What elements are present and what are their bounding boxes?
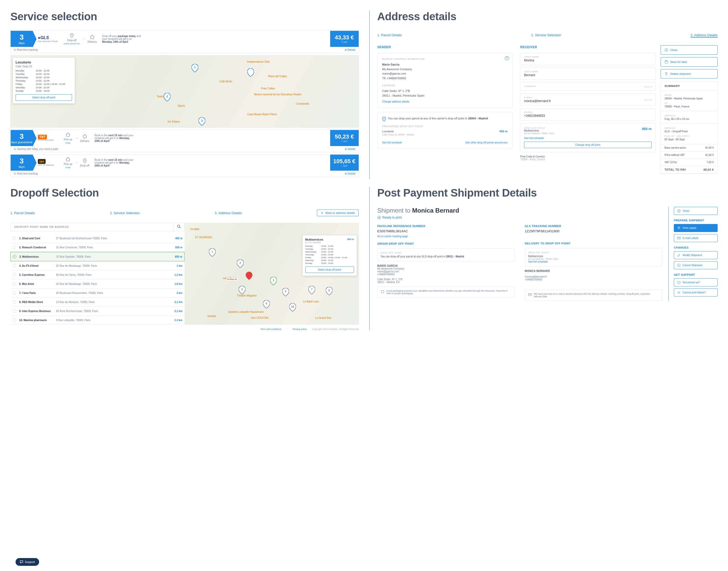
privacy-link[interactable]: Privacy policy: [293, 328, 307, 330]
modify-shipment-button[interactable]: Modify Shipment: [674, 251, 718, 259]
tracking-number: 1Z25R79F6811431800: [525, 229, 662, 233]
help-icon[interactable]: ?: [505, 56, 509, 60]
search-input[interactable]: [11, 223, 173, 231]
map-pin-icon[interactable]: 3: [198, 117, 205, 126]
details-link[interactable]: ⊕ Details: [345, 48, 355, 51]
side-panel: Close Save for later Delete shipment SUM…: [661, 45, 718, 174]
tracking-link[interactable]: Go to carrier tracking page: [377, 235, 408, 238]
origin-card-text: You can drop-off your parcel at any GLS …: [381, 255, 511, 258]
change-dropoff-button[interactable]: Change drop-off point: [524, 142, 651, 148]
preferred-label: PREFERRED DROP-OFF POINT: [382, 125, 508, 128]
map-pin-icon[interactable]: 5: [239, 286, 246, 294]
list-item[interactable]: 7. I love Paris28 Boulevard Poissonnière…: [10, 289, 185, 298]
cannot-print-button[interactable]: Cannot print labels?: [674, 289, 718, 297]
service-card[interactable]: 3days ●GLSEuro Business Parcel Drop-offp…: [10, 30, 359, 53]
email-labels-button[interactable]: E-mail Labels: [674, 234, 718, 242]
tab-service-selection[interactable]: 2. Service Selection: [110, 211, 140, 215]
list-item[interactable]: 1. Shad and Com57 Boulevard de Rochechou…: [10, 234, 185, 243]
details-link[interactable]: ⊕ Details: [345, 148, 355, 150]
map-pin-icon[interactable]: 1: [191, 64, 198, 72]
mail-icon: [677, 236, 680, 240]
list-item[interactable]: 9. Inter Express Business83 Rure Rochech…: [10, 307, 185, 316]
sender-email: mario@garcia.com: [377, 270, 515, 273]
dropoff-list: 1. Shad and Com57 Boulevard de Rochechou…: [10, 223, 185, 325]
svg-text:5: 5: [241, 288, 243, 291]
price-badge: 43,33 €+ VAT: [330, 31, 359, 47]
service-card[interactable]: 3days upsUPS 24 Standard Pick uptoday ⟶ …: [10, 154, 359, 177]
radio-icon: [12, 282, 16, 286]
box-icon: [677, 281, 680, 284]
not-picked-up-button[interactable]: Not picked up?: [674, 278, 718, 287]
radio-icon: [12, 264, 16, 267]
map-pin-icon[interactable]: 1: [209, 248, 216, 257]
map-pin-icon[interactable]: 2: [237, 259, 244, 268]
input-field[interactable]: E-MAILmonica@bernard.froptional: [520, 94, 655, 106]
tab-address-details[interactable]: 3. Address Details: [691, 33, 718, 37]
map-pin-icon[interactable]: 2: [164, 93, 171, 101]
cancel-shipment-button[interactable]: Cancel Shipment: [674, 261, 718, 269]
reference-number: ES057M66L0814AC: [377, 229, 515, 233]
list-item[interactable]: 6. Mes Amis52 Rue de Maubeuge, 75009, Pa…: [10, 279, 185, 289]
close-button[interactable]: Close: [674, 207, 718, 215]
search-button[interactable]: [173, 223, 184, 231]
svg-text:10: 10: [291, 305, 294, 308]
tab-parcel-details[interactable]: 1. Parcel Details: [10, 211, 35, 215]
see-schedule-link[interactable]: See full schedule: [382, 141, 402, 144]
terms-link[interactable]: Term and conditions: [261, 328, 281, 330]
tab-parcel-details[interactable]: 1. Parcel Details: [377, 33, 402, 37]
see-schedule-link[interactable]: See full schedule: [524, 137, 544, 140]
see-other-points-link[interactable]: See other drop-off points around you: [465, 141, 508, 144]
input-field[interactable]: COMPANYoptional: [520, 82, 655, 91]
sender-addr2: 28011 - Madrid, ES: [377, 281, 515, 283]
recipient-pin-icon: [246, 272, 253, 280]
map-pin-icon[interactable]: 10: [289, 303, 296, 312]
print-labels-button[interactable]: Print Labels: [674, 224, 718, 232]
service-card[interactable]: 3days guaranteed TNTEconomy Europe Pick …: [10, 130, 359, 152]
preferred-distance: 450 m: [499, 130, 508, 133]
change-address-link[interactable]: Change address details: [382, 100, 410, 103]
input-field[interactable]: FIRST NAMEMonica: [520, 53, 655, 65]
details-link[interactable]: ⊕ Details: [345, 172, 355, 175]
close-button[interactable]: Close: [661, 45, 718, 54]
radio-icon: [12, 309, 16, 313]
route-icons: Pick uptoday ⟶ Drop-off: [64, 157, 89, 168]
save-button[interactable]: Save for later: [661, 57, 718, 67]
list-item[interactable]: 10. Maxima pharmacie8 Rue Lafayette, 750…: [10, 316, 185, 325]
list-item[interactable]: 5. Carrefour Express69 Rue de Clichy, 75…: [10, 270, 185, 279]
list-item[interactable]: 4. Au Fil d'Amel52 Rue de Maubeuge, 7500…: [10, 261, 185, 270]
svg-rect-8: [665, 61, 667, 62]
map-pin-icon[interactable]: 8: [326, 287, 333, 295]
tab-service-selection[interactable]: 2. Service Selection: [531, 33, 561, 37]
tab-address-details[interactable]: 3. Address Details: [215, 211, 242, 215]
see-schedule-link[interactable]: See full schedule: [528, 260, 548, 263]
price-badge: 105,65 €+ VAT: [330, 154, 359, 170]
map[interactable]: Independance ClubPlaza del CallaoCafé Be…: [10, 55, 359, 128]
dropoff-map[interactable]: RECIPIENT'S ADDRESS10 Rue Saulnier ? ST …: [185, 223, 359, 325]
delete-button[interactable]: Delete shipment: [661, 69, 718, 79]
map-pin-icon[interactable]: 7: [308, 286, 315, 294]
dropoff-message: You can drop your parcel at any of the c…: [388, 117, 488, 120]
preferred-addr: Calle Torija 23, 28004 - Madrid: [382, 133, 508, 136]
summary-card: SUMMARY FROM28004 - Madrid, Peninsular S…: [661, 81, 718, 174]
map-pin-icon[interactable]: [247, 68, 254, 77]
summary-from: 28004 - Madrid, Peninsular Spain: [664, 97, 714, 100]
list-item[interactable]: 3. Multiservices22 Rue Saulnier, 75009, …: [10, 252, 185, 261]
svg-text:3: 3: [273, 279, 274, 282]
map-pin-icon[interactable]: 9: [263, 300, 270, 309]
select-point-button[interactable]: Select drop-off point: [15, 94, 72, 101]
select-point-button[interactable]: Select drop-off point: [305, 266, 354, 273]
days-badge: 3days: [11, 154, 33, 170]
input-field[interactable]: PHONE+34923949933: [520, 108, 655, 120]
radio-icon: [12, 245, 16, 249]
map-pin-icon[interactable]: 3: [270, 277, 277, 285]
dropoff-label: DROP-OFF POINT: [524, 127, 651, 129]
list-item[interactable]: 8. RED Media Store13 Rue de Montyon, 750…: [10, 298, 185, 307]
svg-rect-21: [381, 291, 384, 293]
footer: Term and conditions • Privacy policy Cop…: [10, 328, 359, 330]
list-item[interactable]: 2. Retouch Condorcet31 Rue Condorcet, 75…: [10, 243, 185, 252]
back-button[interactable]: Back to address details: [317, 210, 359, 216]
section-title: Address details: [377, 10, 718, 23]
sender-heading: SENDER: [377, 45, 513, 49]
input-field[interactable]: LAST NAMEBernard: [520, 68, 655, 80]
map-pin-icon[interactable]: 6: [282, 288, 289, 296]
